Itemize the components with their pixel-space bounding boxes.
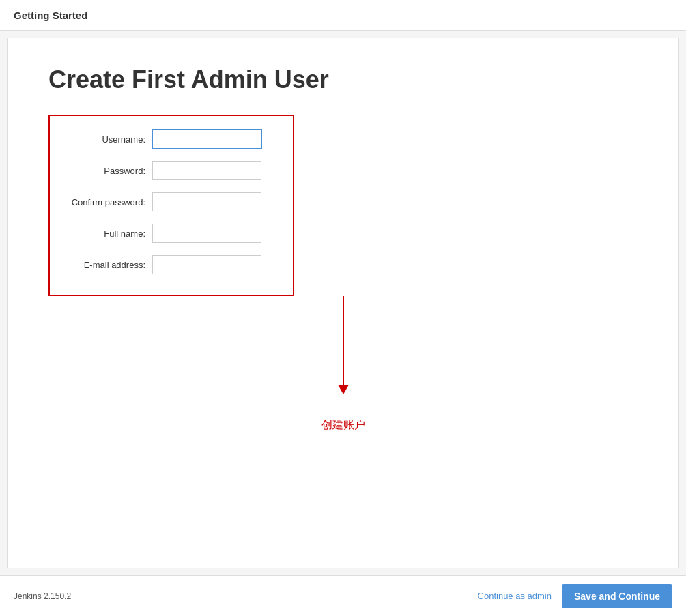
annotation-area: 创建账户 <box>48 296 638 446</box>
full-name-label: Full name: <box>63 229 152 239</box>
arrow-head <box>338 385 349 394</box>
continue-as-admin-button[interactable]: Continue as admin <box>478 591 552 601</box>
main-content: Create First Admin User Username: Passwo… <box>7 38 679 568</box>
annotation-text: 创建账户 <box>321 418 365 432</box>
full-name-input[interactable] <box>152 224 261 243</box>
admin-user-form: Username: Password: Confirm password: Fu… <box>48 115 294 296</box>
confirm-password-label: Confirm password: <box>63 197 152 207</box>
header: Getting Started <box>0 0 686 31</box>
content-area: Create First Admin User Username: Passwo… <box>8 38 678 568</box>
password-label: Password: <box>63 166 152 176</box>
footer-actions: Continue as admin Save and Continue <box>478 584 672 608</box>
confirm-password-input[interactable] <box>152 192 261 211</box>
header-title: Getting Started <box>14 10 87 21</box>
save-and-continue-button[interactable]: Save and Continue <box>562 584 672 608</box>
footer: Jenkins 2.150.2 Continue as admin Save a… <box>0 575 686 616</box>
footer-version: Jenkins 2.150.2 <box>14 591 71 601</box>
full-name-row: Full name: <box>63 224 272 243</box>
username-input[interactable] <box>152 130 261 149</box>
email-row: E-mail address: <box>63 255 272 274</box>
page-heading: Create First Admin User <box>48 65 638 94</box>
arrow-line <box>343 296 344 385</box>
email-label: E-mail address: <box>63 260 152 270</box>
username-label: Username: <box>63 134 152 145</box>
password-input[interactable] <box>152 161 261 180</box>
confirm-password-row: Confirm password: <box>63 192 272 211</box>
password-row: Password: <box>63 161 272 180</box>
email-input[interactable] <box>152 255 261 274</box>
arrow-container <box>338 296 349 394</box>
username-row: Username: <box>63 130 272 149</box>
